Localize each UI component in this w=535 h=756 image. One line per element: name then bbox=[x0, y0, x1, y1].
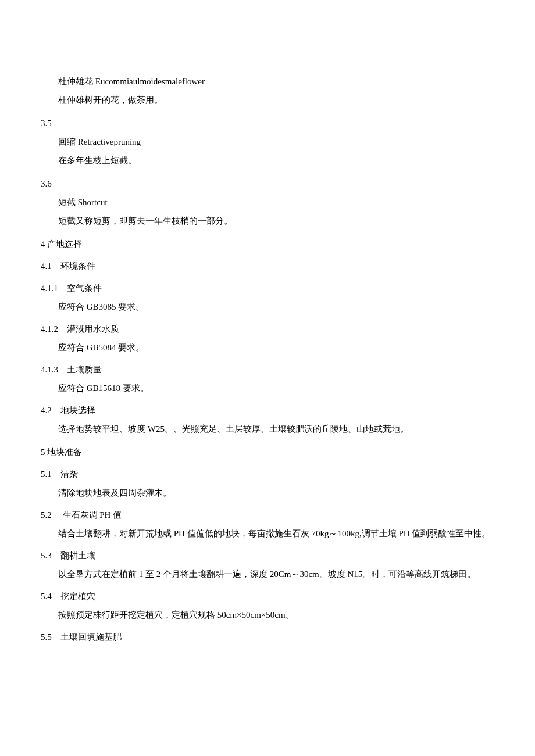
section-4-1-3-title: 4.1.3 土壤质量 bbox=[41, 363, 494, 377]
section-5-2-content: 结合土壤翻耕，对新开荒地或 PH 值偏低的地块，每亩撒施生石灰 70kg～100… bbox=[41, 526, 494, 540]
section-5-2-title: 5.2 生石灰调 PH 值 bbox=[41, 508, 494, 522]
section-4-2-title: 4.2 地块选择 bbox=[41, 403, 494, 417]
section-5-3-title: 5.3 翻耕土壤 bbox=[41, 549, 494, 562]
section-3-5-number: 3.5 bbox=[41, 116, 494, 130]
section-4-1-2-content: 应符合 GB5084 要求。 bbox=[41, 341, 494, 354]
section-5-4-content: 按照预定株行距开挖定植穴，定植穴规格 50cm×50cm×50cm。 bbox=[41, 608, 494, 622]
section-4-1-2-title: 4.1.2 灌溉用水水质 bbox=[41, 322, 494, 336]
definition-3-4: 杜仲雄树开的花，做茶用。 bbox=[41, 93, 494, 107]
section-5-3-content: 以全垦方式在定植前 1 至 2 个月将土壤翻耕一遍，深度 20Cm～30cm。坡… bbox=[41, 567, 494, 581]
definition-3-6: 短截又称短剪，即剪去一年生枝梢的一部分。 bbox=[41, 214, 494, 228]
term-3-6: 短截 Shortcut bbox=[41, 195, 494, 209]
section-4-1-1-content: 应符合 GB3085 要求。 bbox=[41, 300, 494, 314]
section-3-6-number: 3.6 bbox=[41, 177, 494, 191]
section-5-4-title: 5.4 挖定植穴 bbox=[41, 589, 494, 603]
section-5-1-content: 清除地块地表及四周杂灌木。 bbox=[41, 486, 494, 500]
section-5-title: 5 地块准备 bbox=[41, 445, 494, 459]
section-4-title: 4 产地选择 bbox=[41, 237, 494, 251]
section-5-1-title: 5.1 清杂 bbox=[41, 467, 494, 481]
section-4-1-title: 4.1 环境条件 bbox=[41, 259, 494, 273]
section-5-5-title: 5.5 土壤回填施基肥 bbox=[41, 630, 494, 644]
section-4-1-3-content: 应符合 GB15618 要求。 bbox=[41, 381, 494, 395]
term-3-5: 回缩 Retractivepruning bbox=[41, 135, 494, 149]
section-4-2-content: 选择地势较平坦、坡度 W25。、光照充足、土层较厚、土壤较肥沃的丘陵地、山地或荒… bbox=[41, 422, 494, 436]
term-3-4: 杜仲雄花 Eucommiaulmoidesmaleflower bbox=[41, 74, 494, 88]
section-4-1-1-title: 4.1.1 空气条件 bbox=[41, 281, 494, 295]
definition-3-5: 在多年生枝上短截。 bbox=[41, 153, 494, 167]
